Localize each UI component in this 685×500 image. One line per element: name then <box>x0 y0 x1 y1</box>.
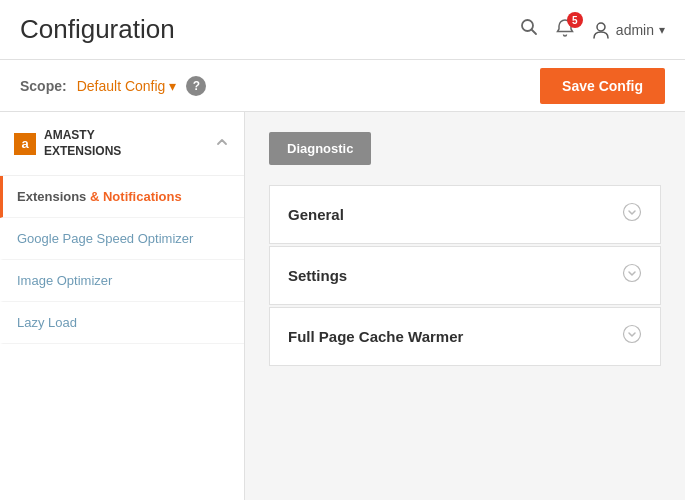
sidebar-item-label: Lazy Load <box>17 315 77 330</box>
admin-label: admin <box>616 22 654 38</box>
svg-point-2 <box>597 23 605 31</box>
svg-point-4 <box>624 265 641 282</box>
brand-letter: a <box>21 136 28 151</box>
sidebar-item-label: Extensions & Notifications <box>17 189 182 204</box>
scope-select[interactable]: Default Config ▾ <box>77 78 177 94</box>
help-label: ? <box>193 79 200 93</box>
admin-chevron-icon: ▾ <box>659 23 665 37</box>
header: Configuration 5 admin ▾ <box>0 0 685 60</box>
chevron-down-icon <box>622 324 642 349</box>
brand-left: a AMASTY EXTENSIONS <box>14 128 121 159</box>
scope-help-button[interactable]: ? <box>186 76 206 96</box>
scope-label: Scope: <box>20 78 67 94</box>
section-general[interactable]: General <box>269 185 661 244</box>
svg-line-1 <box>531 30 536 35</box>
chevron-down-icon <box>622 263 642 288</box>
svg-point-5 <box>624 326 641 343</box>
scope-value: Default Config <box>77 78 166 94</box>
section-general-title: General <box>288 206 344 223</box>
brand-logo: a <box>14 133 36 155</box>
admin-menu[interactable]: admin ▾ <box>591 20 665 40</box>
sidebar: a AMASTY EXTENSIONS Extensions & Notific… <box>0 112 245 500</box>
scope-bar: Scope: Default Config ▾ ? Save Config <box>0 60 685 112</box>
sidebar-item-google-page-speed[interactable]: Google Page Speed Optimizer <box>0 218 244 260</box>
diagnostic-button[interactable]: Diagnostic <box>269 132 371 165</box>
sidebar-brand: a AMASTY EXTENSIONS <box>0 112 244 176</box>
sidebar-item-extensions-notifications[interactable]: Extensions & Notifications <box>0 176 244 218</box>
svg-point-3 <box>624 204 641 221</box>
save-config-button[interactable]: Save Config <box>540 68 665 104</box>
brand-name: AMASTY EXTENSIONS <box>44 128 121 159</box>
header-actions: 5 admin ▾ <box>519 17 665 42</box>
sidebar-item-label: Image Optimizer <box>17 273 112 288</box>
section-full-page-cache[interactable]: Full Page Cache Warmer <box>269 307 661 366</box>
sidebar-item-label: Google Page Speed Optimizer <box>17 231 193 246</box>
chevron-down-icon <box>622 202 642 227</box>
section-full-page-cache-title: Full Page Cache Warmer <box>288 328 463 345</box>
notifications-button[interactable]: 5 <box>555 18 575 41</box>
sidebar-item-lazy-load[interactable]: Lazy Load <box>0 302 244 344</box>
sidebar-collapse-icon[interactable] <box>214 134 230 154</box>
main-layout: a AMASTY EXTENSIONS Extensions & Notific… <box>0 112 685 500</box>
section-settings[interactable]: Settings <box>269 246 661 305</box>
scope-chevron-icon: ▾ <box>169 78 176 94</box>
section-settings-title: Settings <box>288 267 347 284</box>
user-icon <box>591 20 611 40</box>
notification-badge: 5 <box>567 12 583 28</box>
content-area: Diagnostic General Settings Full Page Ca… <box>245 112 685 500</box>
page-title: Configuration <box>20 14 175 45</box>
scope-left: Scope: Default Config ▾ ? <box>20 76 206 96</box>
sidebar-item-image-optimizer[interactable]: Image Optimizer <box>0 260 244 302</box>
search-icon[interactable] <box>519 17 539 42</box>
